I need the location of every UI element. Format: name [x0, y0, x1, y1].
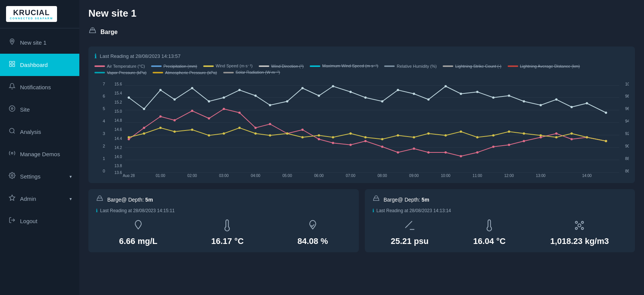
humidity-icon	[307, 219, 319, 234]
chart-reading-info: ℹ Last Reading at 28/08/2023 14:13:57	[94, 53, 629, 60]
svg-point-85	[460, 155, 462, 157]
svg-text:2: 2	[103, 144, 105, 148]
svg-point-119	[508, 130, 510, 133]
legend-dot-atm-pressure	[153, 72, 163, 73]
svg-text:100: 100	[625, 82, 629, 86]
legend-item-wind-speed: Wind Speed (m·s⁻¹)	[203, 64, 253, 68]
settings-icon	[9, 172, 15, 181]
svg-text:86: 86	[625, 169, 629, 173]
sidebar-item-dashboard[interactable]: Dashboard	[0, 54, 79, 76]
svg-point-112	[397, 134, 399, 137]
svg-text:15.2: 15.2	[114, 100, 122, 104]
dashboard-icon	[9, 61, 15, 69]
sidebar-item-new-site-1[interactable]: New site 1	[0, 31, 79, 54]
svg-text:03:00: 03:00	[219, 174, 229, 177]
legend-label-lightning-dist: Lightning Average Distance (km)	[520, 64, 580, 68]
svg-point-100	[208, 134, 210, 137]
svg-point-139	[332, 85, 334, 87]
svg-point-88	[508, 144, 510, 146]
barge-icon	[88, 27, 97, 37]
svg-point-158	[576, 221, 578, 223]
svg-point-134	[254, 95, 256, 97]
sidebar-item-settings[interactable]: Settings ▾	[0, 165, 79, 188]
svg-point-128	[159, 89, 162, 91]
svg-point-148	[476, 91, 479, 93]
legend-dot-solar	[223, 72, 234, 73]
svg-point-87	[492, 146, 494, 148]
depth-card-right: Barge@ Depth: 5m ℹ Last Reading at 28/08…	[365, 189, 635, 252]
svg-text:14:00: 14:00	[582, 174, 592, 177]
svg-point-97	[159, 127, 162, 129]
legend-dot-max-wind	[310, 65, 320, 67]
svg-line-8	[13, 132, 14, 133]
svg-point-155	[586, 102, 588, 104]
legend-item-atm-pressure: Atmospheric Pressure (kPa)	[153, 70, 217, 75]
logo-sub-text: CONNECTED SEAFARM	[10, 17, 53, 20]
svg-point-92	[570, 138, 573, 140]
svg-point-152	[539, 104, 542, 106]
chart-wrapper: 7 6 5 4 3 2 1 0 15.6 15.4 15.2 15.0 14.8…	[94, 79, 629, 177]
svg-point-79	[364, 140, 367, 142]
svg-point-83	[427, 151, 429, 154]
legend-label-lightning-count: Lightning Strike Count (-)	[455, 64, 501, 68]
svg-point-66	[159, 115, 162, 118]
svg-point-104	[269, 134, 271, 137]
svg-point-69	[208, 117, 210, 120]
humidity-value: 84.08 %	[298, 236, 328, 246]
svg-point-105	[286, 132, 288, 135]
legend-item-wind-direction: Wind Direction (°)	[259, 64, 304, 68]
svg-text:14.2: 14.2	[114, 146, 122, 150]
sidebar: KRUCIAL CONNECTED SEAFARM New site 1 Das…	[0, 0, 79, 295]
sidebar-item-admin[interactable]: Admin ▾	[0, 188, 79, 210]
svg-point-137	[301, 87, 304, 89]
sidebar-item-logout[interactable]: Logout	[0, 210, 79, 232]
logo-area: KRUCIAL CONNECTED SEAFARM	[0, 0, 79, 28]
svg-point-157	[578, 224, 581, 227]
legend-label-vapor: Vapor Pressure (kPa)	[107, 70, 147, 75]
sidebar-item-analysis[interactable]: Analysis	[0, 121, 79, 143]
svg-text:92: 92	[625, 131, 629, 136]
svg-text:14.4: 14.4	[114, 137, 122, 141]
svg-point-122	[555, 136, 558, 138]
card-right-title: Barge@ Depth: 5m	[384, 197, 429, 203]
card-right-header: Barge@ Depth: 5m	[372, 195, 628, 204]
chart-legend: Air Temperature (°C) Precipitation (mm) …	[94, 64, 629, 75]
svg-point-103	[254, 132, 256, 135]
metric-salinity: 25.21 psu	[391, 219, 428, 246]
card-right-metrics: 25.21 psu 16.04 °C 1,018.2	[372, 219, 628, 246]
dissolved-oxygen-value: 6.66 mg/L	[119, 236, 158, 246]
line-chart: 7 6 5 4 3 2 1 0 15.6 15.4 15.2 15.0 14.8…	[94, 79, 629, 177]
svg-point-114	[427, 132, 429, 135]
main-content: New site 1 Barge ℹ Last Reading at 28/08…	[79, 0, 644, 295]
svg-point-117	[476, 136, 479, 138]
svg-point-151	[523, 100, 525, 102]
temp-left-value: 16.17 °C	[211, 236, 244, 246]
location-icon	[9, 38, 15, 47]
svg-point-138	[318, 95, 320, 97]
svg-point-160	[576, 227, 578, 229]
svg-point-95	[128, 136, 130, 138]
svg-point-108	[332, 136, 334, 138]
svg-point-127	[143, 108, 145, 110]
svg-point-161	[582, 227, 584, 229]
svg-text:98: 98	[625, 94, 629, 98]
svg-point-5	[9, 106, 15, 112]
sidebar-item-manage-demos[interactable]: Manage Demos	[0, 143, 79, 165]
sidebar-item-dashboard-label: Dashboard	[20, 62, 48, 68]
card-left-reading: ℹ Last Reading at 28/08/2023 14:15:11	[96, 208, 351, 213]
svg-point-123	[570, 132, 573, 135]
legend-item-lightning-count: Lightning Strike Count (-)	[443, 64, 501, 68]
svg-point-140	[349, 91, 352, 93]
svg-point-146	[445, 85, 447, 87]
svg-text:5: 5	[103, 106, 105, 111]
svg-point-116	[460, 130, 462, 133]
svg-point-81	[397, 151, 399, 154]
svg-point-111	[381, 138, 383, 140]
metric-temp-right: 16.04 °C	[473, 219, 506, 246]
sidebar-item-site[interactable]: Site	[0, 98, 79, 121]
sidebar-item-notifications[interactable]: Notifications	[0, 76, 79, 98]
manage-demos-icon	[9, 150, 15, 158]
svg-text:7: 7	[103, 82, 105, 86]
svg-point-131	[208, 100, 210, 102]
svg-text:11:00: 11:00	[473, 174, 482, 177]
